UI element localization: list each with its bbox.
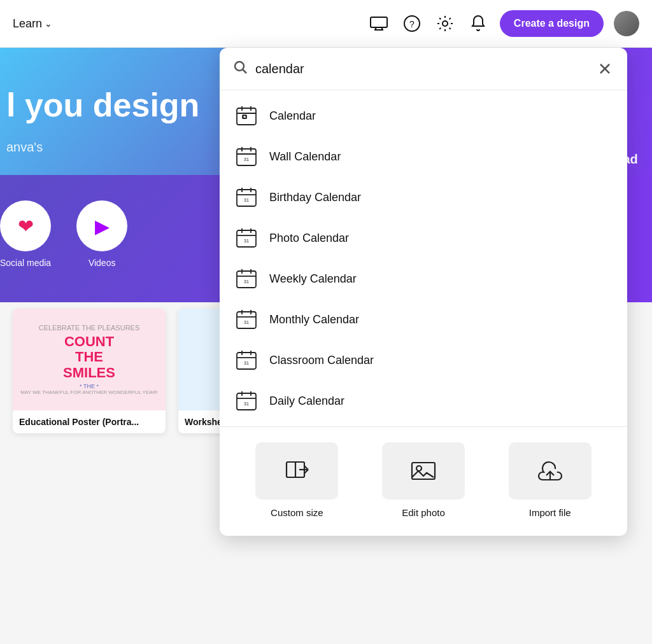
edit-photo-tool[interactable]: Edit photo: [365, 442, 482, 518]
suggestion-birthday-calendar-label: Birthday Calendar: [269, 191, 361, 204]
svg-text:31: 31: [244, 320, 249, 325]
suggestion-wall-calendar-label: Wall Calendar: [269, 150, 341, 164]
svg-text:31: 31: [244, 279, 249, 284]
learn-label[interactable]: Learn: [13, 17, 42, 31]
svg-text:31: 31: [244, 239, 249, 243]
educational-poster-card[interactable]: CELEBRATE THE PLEASURES COUNTTHESMILES *…: [13, 309, 166, 433]
suggestion-monthly-calendar-label: Monthly Calendar: [269, 313, 359, 326]
suggestions-list: 31 Calendar 31 Wall Calendar 31: [220, 90, 627, 427]
monthly-calendar-icon: 31: [235, 308, 258, 331]
import-file-box: [509, 442, 592, 500]
suggestion-photo-calendar-label: Photo Calendar: [269, 232, 349, 245]
educational-poster-label: Educational Poster (Portra...: [13, 410, 166, 433]
svg-rect-0: [371, 17, 387, 27]
chevron-down-icon: ⌄: [45, 18, 52, 29]
search-dropdown: 31 Calendar 31 Wall Calendar 31: [220, 48, 627, 536]
svg-text:?: ?: [409, 19, 415, 29]
header-right: ? Create a design: [367, 10, 639, 37]
weekly-calendar-icon: 31: [235, 267, 258, 290]
social-media-category[interactable]: ❤ Social media: [0, 200, 51, 268]
calendar-icon: 31: [235, 104, 258, 127]
svg-text:31: 31: [244, 361, 249, 365]
svg-text:31: 31: [244, 198, 249, 202]
search-input[interactable]: [255, 62, 588, 76]
suggestion-wall-calendar[interactable]: 31 Wall Calendar: [220, 136, 627, 177]
suggestion-daily-calendar-label: Daily Calendar: [269, 395, 344, 408]
birthday-calendar-icon: 31: [235, 186, 258, 209]
svg-point-58: [416, 466, 422, 471]
videos-label: Videos: [89, 258, 116, 268]
custom-size-tool[interactable]: Custom size: [239, 442, 355, 518]
header: Learn ⌄ ?: [0, 0, 652, 48]
hero-subtext: anva's: [6, 140, 43, 155]
avatar[interactable]: [614, 11, 639, 36]
search-icon: [232, 59, 248, 78]
suggestion-monthly-calendar[interactable]: 31 Monthly Calendar: [220, 299, 627, 340]
custom-size-box: [255, 442, 338, 500]
wall-calendar-icon: 31: [235, 145, 258, 168]
suggestion-calendar-label: Calendar: [269, 109, 316, 123]
import-file-label: Import file: [529, 507, 571, 518]
social-media-icon-circle: ❤: [0, 200, 51, 251]
svg-text:31: 31: [244, 402, 249, 406]
tools-row: Custom size Edit photo Import file: [220, 427, 627, 536]
videos-category[interactable]: ▶ Videos: [76, 200, 127, 268]
edit-photo-label: Edit photo: [402, 507, 445, 518]
suggestion-weekly-calendar[interactable]: 31 Weekly Calendar: [220, 258, 627, 299]
suggestion-classroom-calendar-label: Classroom Calendar: [269, 354, 374, 367]
svg-text:31: 31: [242, 115, 247, 120]
clear-search-button[interactable]: [595, 59, 614, 78]
suggestion-weekly-calendar-label: Weekly Calendar: [269, 272, 357, 286]
edit-photo-box: [382, 442, 465, 500]
suggestion-classroom-calendar[interactable]: 31 Classroom Calendar: [220, 340, 627, 381]
suggestion-daily-calendar[interactable]: 31 Daily Calendar: [220, 381, 627, 421]
suggestion-photo-calendar[interactable]: 31 Photo Calendar: [220, 218, 627, 258]
svg-text:31: 31: [244, 157, 249, 162]
svg-line-8: [243, 70, 247, 74]
custom-size-label: Custom size: [271, 507, 323, 518]
desktop-icon[interactable]: [367, 12, 390, 35]
create-design-button[interactable]: Create a design: [500, 10, 604, 37]
social-media-label: Social media: [0, 258, 51, 268]
settings-icon[interactable]: [434, 12, 457, 35]
svg-point-6: [443, 21, 448, 26]
svg-point-7: [235, 62, 244, 71]
help-icon[interactable]: ?: [400, 12, 423, 35]
header-left: Learn ⌄: [13, 17, 52, 31]
photo-calendar-icon: 31: [235, 227, 258, 249]
search-bar: [220, 48, 627, 90]
import-file-tool[interactable]: Import file: [492, 442, 608, 518]
educational-poster-thumbnail: CELEBRATE THE PLEASURES COUNTTHESMILES *…: [13, 309, 166, 410]
daily-calendar-icon: 31: [235, 389, 258, 412]
suggestion-birthday-calendar[interactable]: 31 Birthday Calendar: [220, 177, 627, 218]
videos-icon-circle: ▶: [76, 200, 127, 251]
notifications-icon[interactable]: [467, 12, 490, 35]
hero-text: l you design: [0, 86, 199, 124]
suggestion-calendar[interactable]: 31 Calendar: [220, 95, 627, 136]
classroom-calendar-icon: 31: [235, 349, 258, 372]
